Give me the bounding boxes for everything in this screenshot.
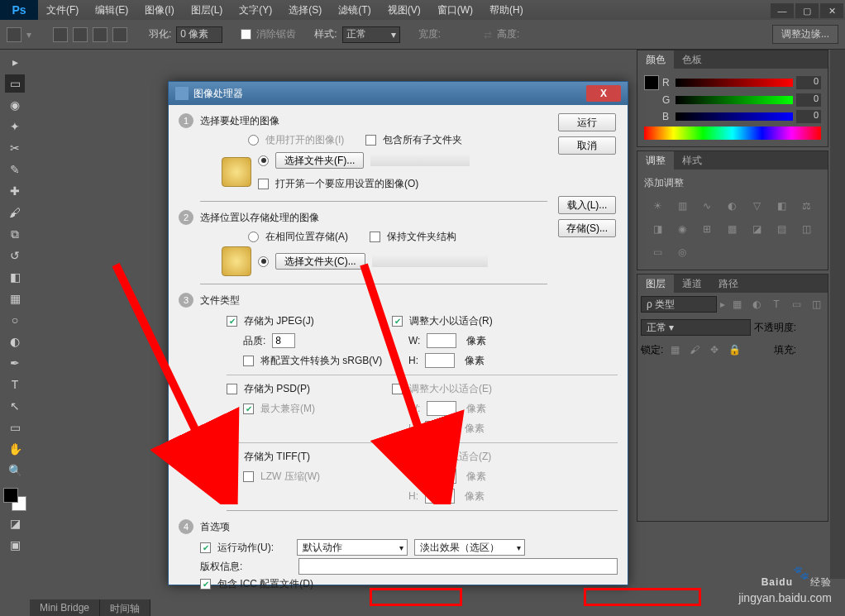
selection-new-icon[interactable] [53,27,68,42]
menu-help[interactable]: 帮助(H) [481,3,532,17]
menu-edit[interactable]: 编辑(E) [87,3,136,17]
r-value[interactable]: 0 [796,76,821,89]
lock-transparent-icon[interactable]: ▦ [666,342,683,357]
crop-tool-icon[interactable]: ✂ [5,139,25,157]
zoom-tool-icon[interactable]: 🔍 [5,461,25,480]
tab-mini-bridge[interactable]: Mini Bridge [30,599,100,616]
screenmode-icon[interactable]: ▣ [5,536,25,554]
menu-file[interactable]: 文件(F) [38,3,87,17]
bw-icon[interactable]: ◨ [649,222,666,236]
tab-paths[interactable]: 路径 [710,275,747,293]
selection-subtract-icon[interactable] [93,27,107,42]
tab-styles[interactable]: 样式 [674,151,710,170]
brush-tool-icon[interactable]: 🖌 [5,203,25,222]
invert-icon[interactable]: ◪ [748,222,765,236]
threshold-icon[interactable]: ◫ [798,222,814,236]
run-button[interactable]: 运行 [558,113,616,131]
select-folder2-button[interactable]: 选择文件夹(C)... [275,253,365,270]
blur-tool-icon[interactable]: ○ [5,311,25,329]
channel-mixer-icon[interactable]: ⊞ [699,222,715,236]
filter-pixel-icon[interactable]: ▦ [728,297,745,312]
fg-color-box[interactable] [644,75,659,90]
copyright-input[interactable] [298,558,618,575]
menu-type[interactable]: 文字(Y) [231,3,280,17]
action-name-select[interactable]: 淡出效果（选区） [414,539,525,556]
selection-intersect-icon[interactable] [112,27,127,42]
blend-mode-select[interactable]: 正常 ▾ [641,319,751,336]
stamp-tool-icon[interactable]: ⧉ [5,225,25,243]
spectrum-bar[interactable] [644,127,821,140]
color-swatch[interactable] [3,488,26,511]
posterize-icon[interactable]: ▤ [773,222,790,236]
load-button[interactable]: 载入(L)... [558,196,616,214]
hand-tool-icon[interactable]: ✋ [5,440,25,458]
include-icc-checkbox[interactable] [200,579,211,590]
include-sub-checkbox[interactable] [365,135,376,146]
layer-filter-select[interactable]: ρ 类型 [641,296,717,313]
menu-image[interactable]: 图像(I) [136,3,182,17]
selection-add-icon[interactable] [73,27,88,42]
minimize-button[interactable]: — [771,3,794,18]
refine-edge-button[interactable]: 调整边缘... [772,25,838,44]
lasso-tool-icon[interactable]: ◉ [5,96,25,114]
b-value[interactable]: 0 [796,110,821,123]
curves-icon[interactable]: ∿ [699,198,715,213]
gradient-tool-icon[interactable]: ▦ [5,289,25,308]
tab-layers[interactable]: 图层 [637,275,674,293]
same-loc-radio[interactable] [248,232,259,242]
vibrance-icon[interactable]: ▽ [748,198,765,213]
shape-tool-icon[interactable]: ▭ [5,418,25,437]
brightness-icon[interactable]: ☀ [649,198,666,213]
hue-icon[interactable]: ◧ [773,198,790,213]
photo-filter-icon[interactable]: ◉ [674,222,690,236]
tiff-checkbox[interactable] [227,451,237,462]
srgb-checkbox[interactable] [243,356,254,366]
tab-adjustments[interactable]: 调整 [637,151,674,170]
psd-checkbox[interactable] [227,384,237,394]
menu-window[interactable]: 窗口(W) [429,3,481,17]
jpeg-w-input[interactable] [427,333,456,348]
menu-layer[interactable]: 图层(L) [183,3,232,17]
path-tool-icon[interactable]: ↖ [5,397,25,415]
eyedropper-tool-icon[interactable]: ✎ [5,160,25,179]
g-slider[interactable] [676,96,793,104]
wand-tool-icon[interactable]: ✦ [5,117,25,136]
select-folder-button[interactable]: 选择文件夹(F)... [275,152,364,169]
cancel-button[interactable]: 取消 [558,136,616,155]
quality-input[interactable] [272,333,295,348]
run-action-checkbox[interactable] [200,542,211,553]
jpeg-checkbox[interactable] [227,316,237,327]
b-slider[interactable] [676,112,793,121]
r-slider[interactable] [676,79,793,87]
g-value[interactable]: 0 [796,93,821,107]
dodge-tool-icon[interactable]: ◐ [5,332,25,351]
lock-all-icon[interactable]: 🔒 [726,342,742,357]
style-select[interactable]: 正常▾ [342,26,400,43]
open-first-checkbox[interactable] [258,179,269,189]
close-button[interactable]: ✕ [820,3,843,18]
menu-view[interactable]: 视图(V) [380,3,429,17]
dialog-titlebar[interactable]: 图像处理器 X [169,82,628,105]
keep-struct-checkbox[interactable] [370,232,380,242]
lock-pixels-icon[interactable]: 🖌 [686,342,703,357]
selective-color-icon[interactable]: ◎ [674,245,690,260]
marquee-tool-icon[interactable]: ▭ [5,74,25,93]
tab-timeline[interactable]: 时间轴 [100,599,150,616]
select-folder-radio[interactable] [258,155,269,166]
menu-select[interactable]: 选择(S) [280,3,330,17]
eraser-tool-icon[interactable]: ◧ [5,268,25,286]
maximize-button[interactable]: ▢ [795,3,819,18]
balance-icon[interactable]: ⚖ [798,198,814,213]
heal-tool-icon[interactable]: ✚ [5,182,25,200]
action-set-select[interactable]: 默认动作 [297,539,408,556]
gradient-map-icon[interactable]: ▭ [649,245,666,260]
save-button[interactable]: 存储(S)... [558,219,616,237]
pen-tool-icon[interactable]: ✒ [5,354,25,372]
lookup-icon[interactable]: ▦ [723,222,740,236]
quickmask-icon[interactable]: ◪ [5,514,25,532]
filter-smart-icon[interactable]: ◫ [808,297,824,312]
menu-filter[interactable]: 滤镜(T) [330,3,379,17]
exposure-icon[interactable]: ◐ [723,198,740,213]
type-tool-icon[interactable]: T [5,375,25,394]
antialias-checkbox[interactable] [241,29,251,40]
